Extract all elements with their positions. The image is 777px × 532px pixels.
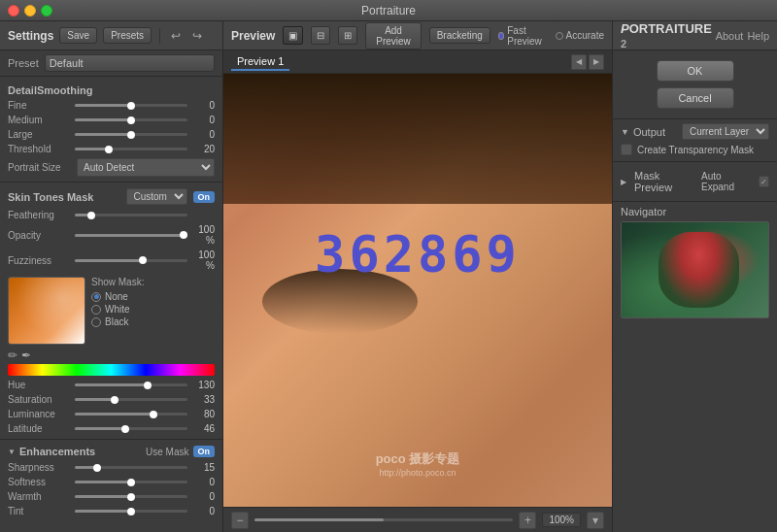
panel-content: DetailSmoothing Fine 0 Medium 0 Large: [0, 77, 222, 532]
hue-slider[interactable]: [75, 383, 187, 386]
bracketing-btn[interactable]: Bracketing: [429, 27, 490, 44]
maximize-button[interactable]: [41, 5, 52, 17]
radio-none-row[interactable]: None: [91, 291, 144, 302]
softness-slider-row: Softness 0: [0, 475, 222, 489]
panel-toolbar: Settings Save Presets ↩ ↪: [0, 21, 222, 50]
divider1: [0, 182, 222, 183]
radio-black[interactable]: [91, 317, 101, 327]
softness-value: 0: [191, 477, 215, 487]
next-preview-btn[interactable]: ▶: [589, 54, 604, 70]
prev-preview-btn[interactable]: ◀: [571, 54, 587, 70]
fast-preview-radio[interactable]: [498, 32, 504, 40]
logo-num: 2: [621, 38, 626, 50]
cancel-button[interactable]: Cancel: [657, 87, 734, 109]
fuzziness-slider[interactable]: [75, 259, 187, 262]
main-layout: Settings Save Presets ↩ ↪ Preset Default…: [0, 21, 777, 532]
fast-preview-option[interactable]: Fast Preview: [498, 25, 548, 47]
sharpness-slider-row: Sharpness 15: [0, 460, 222, 475]
warmth-slider[interactable]: [75, 495, 187, 498]
luminance-slider-row: Luminance 80: [0, 407, 222, 421]
softness-label: Softness: [8, 477, 71, 487]
hue-value: 130: [191, 380, 215, 390]
radio-none[interactable]: [91, 292, 101, 302]
navigator-section: Navigator: [613, 201, 777, 532]
save-button[interactable]: Save: [59, 27, 97, 44]
zoom-in-btn[interactable]: +: [519, 512, 536, 529]
zoom-slider[interactable]: [254, 518, 513, 521]
accurate-label: Accurate: [566, 30, 604, 41]
enhancements-badge[interactable]: On: [193, 446, 216, 457]
preview-tab-1[interactable]: Preview 1: [231, 53, 289, 71]
radio-white[interactable]: [91, 305, 101, 315]
accurate-option[interactable]: Accurate: [556, 30, 604, 41]
latitude-label: Latitude: [8, 423, 71, 434]
opacity-value: 100 %: [191, 224, 215, 246]
preview-watermark-number: 362869: [315, 225, 521, 283]
preset-select[interactable]: Default: [45, 54, 215, 72]
medium-slider[interactable]: [75, 118, 187, 121]
presets-button[interactable]: Presets: [103, 27, 152, 44]
plus-eyedropper-icon[interactable]: ✒: [21, 349, 31, 362]
divider2: [0, 439, 222, 440]
create-transparency-checkbox[interactable]: [621, 144, 632, 155]
luminance-slider[interactable]: [75, 413, 187, 416]
luminance-label: Luminance: [8, 409, 71, 419]
navigator-thumbnail[interactable]: [621, 221, 769, 318]
right-top-bar: PORTRAITURE 2 About Help: [613, 21, 777, 50]
fine-slider[interactable]: [75, 104, 187, 107]
detail-smoothing-header: DetailSmoothing: [0, 81, 222, 98]
large-slider[interactable]: [75, 133, 187, 136]
tint-slider[interactable]: [75, 510, 187, 513]
about-button[interactable]: About: [716, 30, 744, 42]
auto-expand-label: Auto Expand: [701, 171, 754, 192]
redo-button[interactable]: ↪: [189, 28, 205, 44]
accurate-radio[interactable]: [556, 32, 563, 40]
eyedropper-icon[interactable]: ✏: [8, 349, 17, 362]
close-button[interactable]: [8, 5, 19, 17]
saturation-slider[interactable]: [75, 398, 187, 401]
zoom-dropdown-btn[interactable]: ▾: [587, 512, 604, 529]
large-slider-row: Large 0: [0, 127, 222, 142]
latitude-slider-row: Latitude 46: [0, 421, 222, 436]
multi-view-btn[interactable]: ⊞: [338, 26, 357, 45]
opacity-label: Opacity: [8, 230, 71, 241]
preview-tab-bar: Preview 1 ◀ ▶: [223, 50, 612, 74]
action-buttons: OK Cancel: [613, 50, 777, 118]
preview-label: Preview: [231, 29, 275, 43]
single-view-btn[interactable]: ▣: [283, 26, 303, 45]
mask-preview-row: ▶ Mask Preview Auto Expand ✓: [621, 168, 769, 195]
sharpness-slider[interactable]: [75, 466, 187, 469]
skin-tones-badge[interactable]: On: [193, 191, 216, 203]
split-view-btn[interactable]: ⊟: [311, 26, 330, 45]
color-area: Show Mask: None White Black: [8, 277, 215, 345]
luminance-value: 80: [191, 409, 215, 419]
radio-white-row[interactable]: White: [91, 304, 144, 315]
output-header: ▼ Output Current Layer: [621, 123, 769, 140]
create-transparency-row: Create Transparency Mask: [621, 144, 769, 155]
fast-preview-label: Fast Preview: [507, 25, 547, 47]
portrait-size-select[interactable]: Auto Detect: [77, 158, 215, 177]
feathering-slider[interactable]: [75, 214, 187, 216]
skin-tones-mode[interactable]: Custom: [126, 188, 187, 205]
add-preview-btn[interactable]: Add Preview: [365, 22, 421, 50]
saturation-value: 33: [191, 394, 215, 405]
titlebar: Portraiture: [0, 0, 777, 21]
hue-color-bar[interactable]: [8, 364, 215, 376]
latitude-slider[interactable]: [75, 427, 187, 430]
color-swatch[interactable]: [8, 277, 85, 345]
zoom-out-btn[interactable]: −: [231, 512, 249, 529]
softness-slider[interactable]: [75, 481, 187, 483]
window-controls[interactable]: [8, 5, 52, 17]
threshold-slider[interactable]: [75, 148, 187, 150]
help-button[interactable]: Help: [747, 30, 769, 42]
output-select[interactable]: Current Layer: [682, 123, 769, 140]
undo-button[interactable]: ↩: [168, 28, 184, 44]
radio-black-row[interactable]: Black: [91, 316, 144, 327]
ok-button[interactable]: OK: [657, 60, 734, 82]
threshold-label: Threshold: [8, 144, 71, 154]
auto-expand-checkbox[interactable]: ✓: [759, 176, 770, 187]
enhancements-header-row: ▼ Enhancements Use Mask On: [0, 443, 222, 460]
toolbar-separator: [159, 28, 160, 44]
minimize-button[interactable]: [24, 5, 36, 17]
opacity-slider[interactable]: [75, 234, 187, 237]
